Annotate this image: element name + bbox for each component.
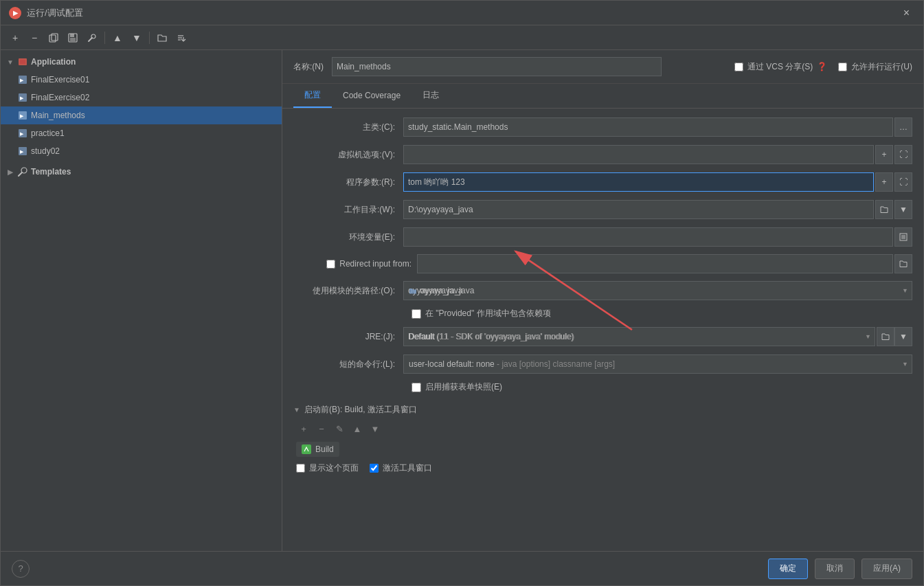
main-class-input-group: … [403, 117, 912, 137]
work-dir-dropdown-button[interactable]: ▼ [894, 200, 912, 219]
vcs-share-checkbox[interactable] [734, 63, 743, 71]
jre-select-wrapper: Default (11 - SDK of 'oyyayaya_java' mod… [403, 327, 875, 346]
bottom-checkboxes: 显示这个页面 激活工具窗口 [293, 457, 912, 480]
toolbar-separator [104, 32, 105, 44]
run-debug-config-dialog: ▶ 运行/调试配置 × + − ▲ ▼ ▼ [0, 0, 924, 586]
move-down-button[interactable]: ▼ [128, 29, 146, 47]
include-provided-row: 在 "Provided" 作用域中包含依赖项 [293, 308, 912, 319]
vm-options-input[interactable] [403, 145, 874, 164]
parallel-run-checkbox[interactable] [838, 63, 847, 71]
before-launch-triangle[interactable]: ▼ [293, 406, 300, 414]
main-class-browse-button[interactable]: … [894, 117, 912, 137]
short-cmdline-select[interactable] [403, 354, 912, 374]
build-edit-button[interactable]: ✎ [332, 421, 347, 436]
apply-button[interactable]: 应用(A) [861, 559, 912, 579]
help-button[interactable]: ? [12, 560, 30, 578]
work-dir-input-group: ▼ [403, 200, 912, 219]
before-launch-label: 启动前(B): Build, 激活工具窗口 [304, 404, 417, 416]
header-right: 通过 VCS 分享(S) ❓ 允许并行运行(U) [734, 61, 912, 73]
jre-dropdown-button[interactable]: ▼ [894, 327, 912, 346]
build-item[interactable]: Build [296, 442, 339, 457]
wrench-button[interactable] [83, 29, 101, 47]
vcs-share-row: 通过 VCS 分享(S) ❓ [734, 61, 827, 73]
redirect-checkbox[interactable] [326, 260, 335, 269]
templates-expand-arrow: ▶ [6, 168, 14, 176]
build-add-button[interactable]: + [296, 421, 311, 436]
tree-item-main-methods[interactable]: ▶ Main_methods [1, 106, 282, 124]
item-label: Main_methods [31, 111, 85, 120]
jre-select[interactable]: Default (11 - SDK of 'oyyayaya_java' mod… [403, 327, 875, 346]
tree-item-study02[interactable]: ▶ study02 [1, 142, 282, 160]
tree-item-finalexercise01[interactable]: ▶ FinalExercise01 [1, 71, 282, 89]
application-group[interactable]: ▼ Application [1, 53, 282, 71]
jre-browse-button[interactable] [877, 327, 894, 346]
config-area: 主类:(C): … 虚拟机选项:(V): + ⛶ [282, 109, 923, 551]
wrench-icon [17, 166, 28, 177]
remove-config-button[interactable]: − [25, 29, 43, 47]
tab-code-coverage[interactable]: Code Coverage [332, 85, 412, 107]
parallel-run-label: 允许并行运行(U) [851, 61, 912, 73]
main-class-input[interactable] [403, 117, 893, 137]
tab-logs[interactable]: 日志 [412, 84, 450, 108]
svg-line-5 [89, 38, 92, 41]
program-args-input[interactable] [403, 172, 874, 192]
svg-rect-11 [20, 60, 25, 64]
move-up-button[interactable]: ▲ [109, 29, 126, 47]
config-icon-3: ▶ [17, 110, 28, 121]
activate-window-checkbox[interactable] [370, 464, 379, 473]
jre-label: JRE:(J): [293, 332, 403, 341]
work-dir-input[interactable] [403, 200, 874, 219]
footer-right: 确定 取消 应用(A) [768, 559, 912, 579]
ok-button[interactable]: 确定 [768, 559, 808, 579]
args-expand-button[interactable]: + [875, 172, 893, 192]
main-class-row: 主类:(C): … [293, 117, 912, 137]
config-icon-5: ▶ [17, 146, 28, 157]
capture-snapshot-checkbox[interactable] [412, 383, 421, 392]
save-config-button[interactable] [64, 29, 82, 47]
module-classpath-select[interactable]: oyyayaya_java [403, 281, 912, 300]
sort-button[interactable] [172, 29, 190, 47]
work-dir-label: 工作目录:(W): [293, 204, 403, 216]
env-vars-input[interactable] [403, 227, 893, 247]
redirect-input-group [417, 254, 912, 273]
args-fullscreen-button[interactable]: ⛶ [894, 172, 912, 192]
name-input[interactable] [332, 57, 662, 76]
folder-button[interactable] [153, 29, 171, 47]
include-provided-checkbox[interactable] [412, 309, 421, 319]
env-vars-input-group [403, 227, 912, 247]
capture-snapshot-label: 启用捕获表单快照(E) [425, 381, 502, 393]
show-page-checkbox[interactable] [296, 464, 305, 473]
build-down-button[interactable]: ▼ [368, 421, 383, 436]
redirect-input[interactable] [417, 254, 893, 273]
add-config-button[interactable]: + [6, 29, 24, 47]
tab-config[interactable]: 配置 [293, 84, 332, 108]
close-button[interactable]: × [898, 4, 915, 22]
tree-item-finalexercise02[interactable]: ▶ FinalExercise02 [1, 89, 282, 106]
item-label: practice1 [31, 128, 65, 138]
build-remove-button[interactable]: − [314, 421, 329, 436]
env-vars-browse-button[interactable] [894, 227, 912, 247]
env-vars-row: 环境变量(E): [293, 227, 912, 247]
build-up-button[interactable]: ▲ [350, 421, 365, 436]
config-icon-2: ▶ [17, 92, 28, 103]
tree-item-practice1[interactable]: ▶ practice1 [1, 124, 282, 142]
copy-config-button[interactable] [45, 29, 63, 47]
vm-fullscreen-button[interactable]: ⛶ [894, 145, 912, 164]
program-args-row: 程序参数:(R): + ⛶ [293, 172, 912, 192]
toolbar: + − ▲ ▼ [1, 25, 923, 50]
parallel-run-row: 允许并行运行(U) [838, 61, 912, 73]
config-icon-4: ▶ [17, 128, 28, 139]
templates-group[interactable]: ▶ Templates [1, 163, 282, 181]
title-bar-left: ▶ 运行/调试配置 [9, 7, 83, 19]
title-bar: ▶ 运行/调试配置 × [1, 1, 923, 25]
redirect-label-group: Redirect input from: [293, 259, 412, 269]
work-dir-browse-button[interactable] [875, 200, 893, 219]
cancel-button[interactable]: 取消 [815, 559, 855, 579]
app-logo-icon: ▶ [9, 7, 21, 19]
redirect-browse-button[interactable] [894, 254, 912, 273]
module-classpath-label: 使用模块的类路径:(O): [293, 285, 403, 297]
footer-left: ? [12, 560, 30, 578]
short-cmdline-label: 短的命令行:(L): [293, 359, 403, 370]
item-label: FinalExercise01 [31, 75, 89, 84]
vm-expand-button[interactable]: + [875, 145, 893, 164]
